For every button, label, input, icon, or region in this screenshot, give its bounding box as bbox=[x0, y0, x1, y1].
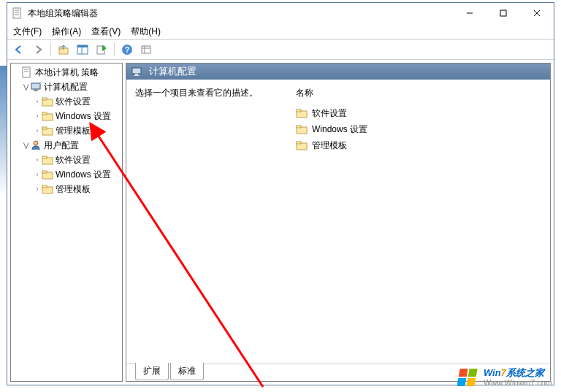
app-icon bbox=[12, 7, 23, 19]
tree-item-templates[interactable]: › 管理模板 bbox=[11, 182, 122, 196]
tree-item-windows[interactable]: › Windows 设置 bbox=[11, 109, 122, 123]
detail-pane: 计算机配置 选择一个项目来查看它的描述。 名称 软件设置 Windows 设置 bbox=[126, 63, 551, 382]
svg-rect-16 bbox=[142, 46, 150, 53]
tree-user-config[interactable]: ⋁ 用户配置 bbox=[11, 138, 122, 153]
svg-rect-26 bbox=[42, 98, 47, 100]
forward-button[interactable] bbox=[29, 42, 47, 58]
tree-pane[interactable]: 本地计算机 策略 ⋁ 计算机配置 › 软件设置 › Windows 设置 › 管… bbox=[10, 63, 123, 382]
svg-rect-24 bbox=[33, 91, 39, 91]
windows-logo-icon bbox=[457, 367, 479, 388]
detail-description: 选择一个项目来查看它的描述。 bbox=[135, 87, 267, 356]
list-item[interactable]: 管理模板 bbox=[296, 137, 541, 153]
menu-action[interactable]: 操作(A) bbox=[52, 26, 81, 38]
tree-label: 本地计算机 策略 bbox=[35, 66, 99, 79]
svg-rect-50 bbox=[457, 378, 466, 386]
maximize-button[interactable] bbox=[486, 3, 520, 23]
expander-icon[interactable]: › bbox=[33, 98, 42, 105]
tree-label: 软件设置 bbox=[56, 154, 91, 166]
tree-label: 管理模板 bbox=[56, 125, 91, 137]
main-window: 本地组策略编辑器 文件(F) 操作(A) 查看(V) 帮助(H) ? 本地计算机… bbox=[7, 2, 554, 385]
svg-rect-28 bbox=[42, 112, 47, 115]
tree-label: 软件设置 bbox=[56, 96, 91, 108]
folder-icon bbox=[296, 139, 308, 151]
list-item-label: Windows 设置 bbox=[312, 123, 367, 136]
tree-item-software[interactable]: › 软件设置 bbox=[11, 94, 122, 109]
menu-help[interactable]: 帮助(H) bbox=[131, 26, 161, 38]
menu-view[interactable]: 查看(V) bbox=[91, 26, 121, 38]
svg-rect-44 bbox=[297, 126, 301, 128]
svg-rect-46 bbox=[297, 142, 301, 144]
svg-rect-38 bbox=[132, 68, 141, 74]
svg-rect-23 bbox=[34, 89, 37, 91]
svg-rect-22 bbox=[31, 83, 40, 89]
folder-icon bbox=[296, 107, 308, 119]
show-hide-button[interactable] bbox=[74, 42, 91, 58]
tree-label: 用户配置 bbox=[44, 139, 79, 152]
back-button[interactable] bbox=[10, 42, 28, 58]
tree-computer-config[interactable]: ⋁ 计算机配置 bbox=[11, 80, 122, 94]
user-icon bbox=[30, 139, 42, 151]
list-item-label: 管理模板 bbox=[312, 139, 347, 152]
column-header-name[interactable]: 名称 bbox=[296, 87, 541, 99]
svg-rect-11 bbox=[77, 45, 88, 47]
window-title: 本地组策略编辑器 bbox=[28, 7, 453, 20]
expander-icon[interactable]: › bbox=[33, 185, 42, 193]
svg-rect-33 bbox=[42, 156, 47, 158]
svg-rect-48 bbox=[459, 369, 468, 377]
list-item-label: 软件设置 bbox=[312, 107, 347, 120]
tab-extended[interactable]: 扩展 bbox=[135, 363, 169, 380]
menu-file[interactable]: 文件(F) bbox=[13, 26, 42, 38]
expander-icon[interactable]: ⋁ bbox=[21, 83, 30, 91]
detail-header-title: 计算机配置 bbox=[149, 65, 196, 78]
tree-item-templates[interactable]: › 管理模板 bbox=[11, 123, 122, 138]
minimize-button[interactable] bbox=[453, 3, 486, 23]
filter-button[interactable] bbox=[137, 42, 155, 58]
close-button[interactable] bbox=[520, 3, 554, 23]
policy-icon bbox=[21, 66, 33, 78]
tree-root[interactable]: 本地计算机 策略 bbox=[11, 65, 122, 80]
detail-header: 计算机配置 bbox=[126, 64, 550, 80]
svg-rect-42 bbox=[297, 109, 301, 112]
computer-icon bbox=[30, 81, 42, 93]
svg-rect-35 bbox=[42, 171, 47, 173]
folder-icon bbox=[42, 96, 53, 107]
expander-icon[interactable]: ⋁ bbox=[21, 142, 30, 149]
svg-rect-19 bbox=[23, 67, 30, 77]
computer-icon bbox=[131, 66, 142, 77]
folder-icon bbox=[42, 125, 53, 137]
svg-rect-39 bbox=[135, 74, 138, 75]
wm-prefix: Win bbox=[484, 367, 501, 378]
toolbar: ? bbox=[7, 39, 554, 60]
svg-rect-37 bbox=[42, 185, 47, 188]
tree-item-software[interactable]: › 软件设置 bbox=[11, 153, 122, 167]
svg-rect-40 bbox=[134, 75, 140, 76]
folder-icon bbox=[42, 154, 53, 166]
expander-icon[interactable]: › bbox=[33, 127, 42, 134]
svg-rect-51 bbox=[466, 378, 476, 386]
tree-label: Windows 设置 bbox=[56, 169, 111, 181]
svg-rect-0 bbox=[13, 8, 20, 18]
wm-url: Www.Winwin7.com bbox=[484, 378, 552, 387]
tree-label: 管理模板 bbox=[56, 183, 91, 196]
detail-list[interactable]: 名称 软件设置 Windows 设置 管理模板 bbox=[296, 87, 541, 356]
watermark: Win7系统之家 Www.Winwin7.com bbox=[457, 367, 552, 388]
list-item[interactable]: 软件设置 bbox=[296, 105, 541, 121]
expander-icon[interactable]: › bbox=[33, 112, 42, 120]
wm-seven: 7 bbox=[501, 367, 506, 378]
expander-icon[interactable]: › bbox=[33, 171, 42, 178]
tree-item-windows[interactable]: › Windows 设置 bbox=[11, 167, 122, 182]
wm-suffix: 系统之家 bbox=[506, 367, 544, 378]
svg-rect-5 bbox=[500, 10, 506, 16]
list-item[interactable]: Windows 设置 bbox=[296, 121, 541, 137]
up-button[interactable] bbox=[55, 42, 72, 58]
svg-text:?: ? bbox=[125, 45, 130, 54]
menubar: 文件(F) 操作(A) 查看(V) 帮助(H) bbox=[7, 23, 554, 39]
help-button[interactable]: ? bbox=[118, 42, 136, 58]
tab-standard[interactable]: 标准 bbox=[170, 363, 204, 380]
expander-icon[interactable]: › bbox=[33, 156, 42, 164]
export-button[interactable] bbox=[93, 42, 110, 58]
tree-label: Windows 设置 bbox=[56, 110, 111, 123]
folder-icon bbox=[42, 110, 53, 122]
svg-rect-49 bbox=[468, 369, 478, 377]
folder-icon bbox=[42, 183, 53, 195]
